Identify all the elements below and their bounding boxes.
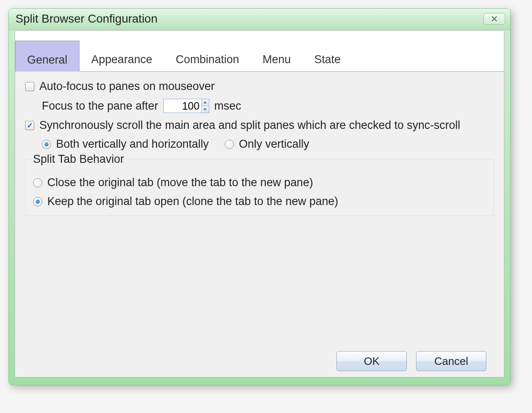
titlebar: Split Browser Configuration: [9, 9, 510, 30]
focus-delay-label-after: msec: [214, 100, 242, 113]
sync-scroll-label[interactable]: Synchronously scroll the main area and s…: [39, 119, 460, 132]
focus-delay-input[interactable]: [164, 99, 201, 113]
configuration-dialog: Split Browser Configuration General Appe…: [8, 8, 511, 385]
scroll-both-radio[interactable]: [42, 140, 51, 149]
tab-menu[interactable]: Menu: [251, 46, 303, 71]
split-close-radio[interactable]: [33, 178, 42, 187]
split-close-label[interactable]: Close the original tab (move the tab to …: [47, 176, 313, 189]
split-tab-behavior-group: Split Tab Behavior Close the original ta…: [25, 159, 494, 216]
cancel-button[interactable]: Cancel: [416, 351, 486, 371]
tab-appearance[interactable]: Appearance: [80, 46, 164, 71]
split-group-legend: Split Tab Behavior: [33, 153, 126, 166]
tab-panel-general: Auto-focus to panes on mouseover Focus t…: [15, 72, 504, 377]
spinner-down-button[interactable]: [202, 106, 209, 113]
dialog-buttons: OK Cancel: [25, 344, 494, 372]
autofocus-checkbox[interactable]: [25, 82, 34, 91]
scroll-vertical-label[interactable]: Only vertically: [239, 138, 309, 151]
focus-delay-spinner[interactable]: [163, 99, 209, 113]
scroll-vertical-radio[interactable]: [225, 140, 234, 149]
close-icon: [491, 15, 498, 22]
tab-combination[interactable]: Combination: [164, 46, 251, 71]
focus-delay-label-before: Focus to the pane after: [42, 100, 158, 113]
spinner-up-button[interactable]: [202, 99, 209, 106]
content-panel: General Appearance Combination Menu Stat…: [15, 30, 504, 377]
dialog-body: General Appearance Combination Menu Stat…: [9, 30, 510, 385]
sync-scroll-checkbox[interactable]: [25, 121, 34, 130]
close-button[interactable]: [483, 13, 505, 25]
chevron-up-icon: [203, 101, 207, 103]
tab-state[interactable]: State: [303, 46, 352, 71]
chevron-down-icon: [203, 108, 207, 110]
split-keep-radio[interactable]: [33, 197, 42, 206]
window-title: Split Browser Configuration: [15, 12, 157, 26]
ok-button[interactable]: OK: [337, 351, 407, 371]
scroll-both-label[interactable]: Both vertically and horizontally: [56, 138, 209, 151]
tab-general[interactable]: General: [15, 41, 80, 72]
tabs: General Appearance Combination Menu Stat…: [15, 31, 504, 72]
autofocus-label[interactable]: Auto-focus to panes on mouseover: [39, 80, 215, 93]
split-keep-label[interactable]: Keep the original tab open (clone the ta…: [47, 195, 338, 208]
